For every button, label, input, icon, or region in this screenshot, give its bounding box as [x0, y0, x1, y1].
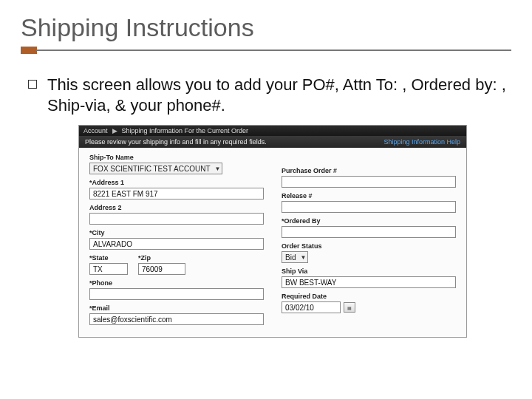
ship-via-input[interactable]: [282, 276, 456, 288]
chevron-right-icon: ▶: [112, 127, 117, 134]
title-rule: [21, 47, 511, 54]
address2-input[interactable]: [89, 213, 264, 225]
ship-to-select[interactable]: FOX SCIENTIFIC TEST ACCOUNT ▼: [89, 163, 222, 174]
order-status-value: Bid: [285, 253, 296, 262]
breadcrumb-item-account[interactable]: Account: [83, 127, 108, 134]
label-order-status: Order Status: [282, 242, 456, 250]
shipping-form: Ship-To Name FOX SCIENTIFIC TEST ACCOUNT…: [79, 148, 466, 337]
label-ship-to: Ship-To Name: [89, 154, 264, 161]
chevron-down-icon: ▼: [215, 166, 221, 172]
instruction-text: Please review your shipping info and fil…: [85, 138, 267, 146]
phone-input[interactable]: [89, 288, 264, 300]
embedded-screenshot: Account ▶ Shipping Information For the C…: [78, 125, 467, 338]
bullet-icon: [28, 80, 37, 89]
breadcrumb: Account ▶ Shipping Information For the C…: [79, 126, 466, 136]
state-input[interactable]: [89, 263, 128, 275]
ordered-by-input[interactable]: [282, 226, 456, 238]
calendar-icon[interactable]: ▦: [344, 302, 355, 313]
label-address2: Address 2: [89, 204, 264, 211]
label-ship-via: Ship Via: [282, 267, 456, 275]
required-date-input[interactable]: [282, 301, 341, 313]
accent-block: [21, 47, 37, 54]
email-input[interactable]: [89, 313, 264, 325]
label-zip: *Zip: [138, 254, 185, 262]
slide-title: Shipping Instructions: [21, 13, 511, 42]
label-state: *State: [89, 254, 128, 262]
label-ordered-by: *Ordered By: [282, 217, 456, 225]
label-city: *City: [89, 229, 264, 236]
address1-input[interactable]: [89, 188, 264, 200]
order-status-select[interactable]: Bid ▼: [282, 251, 308, 263]
city-input[interactable]: [89, 238, 264, 250]
chevron-down-icon: ▼: [300, 254, 306, 261]
bullet-text: This screen allows you to add your PO#, …: [47, 75, 511, 116]
help-link[interactable]: Shipping Information Help: [383, 138, 460, 146]
label-required-date: Required Date: [282, 293, 456, 300]
form-right-column: Purchase Order # Release # *Ordered By: [282, 154, 456, 330]
zip-input[interactable]: [138, 263, 185, 275]
ship-to-value: FOX SCIENTIFIC TEST ACCOUNT: [93, 165, 211, 173]
release-input[interactable]: [282, 201, 456, 213]
label-phone: *Phone: [89, 279, 264, 287]
breadcrumb-item-shipping: Shipping Information For the Current Ord…: [122, 127, 249, 134]
instruction-bar: Please review your shipping info and fil…: [79, 136, 466, 148]
label-po: Purchase Order #: [282, 167, 456, 174]
form-left-column: Ship-To Name FOX SCIENTIFIC TEST ACCOUNT…: [89, 154, 264, 330]
po-input[interactable]: [282, 176, 456, 188]
label-address1: *Address 1: [89, 179, 264, 186]
label-email: *Email: [89, 304, 264, 312]
label-release: Release #: [282, 192, 456, 200]
